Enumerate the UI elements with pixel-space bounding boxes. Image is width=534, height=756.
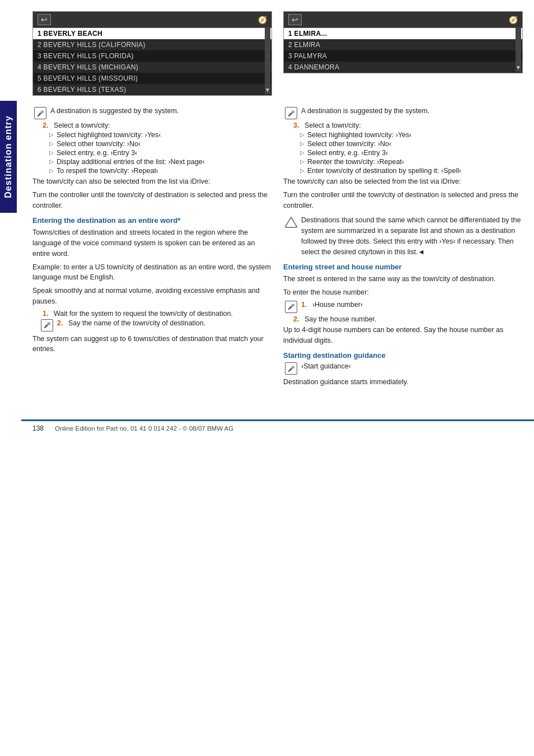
left-bullet-3: Display additional entries of the list: …: [49, 158, 272, 166]
page-number: 138: [32, 424, 44, 432]
right-street-para2: To enter the house number:: [283, 287, 523, 298]
footer-copyright: Online Edition for Part no. 01 41 0 014 …: [55, 425, 233, 432]
mic-symbol-right: [285, 107, 297, 119]
left-enter-para3: Speak smoothly and at normal volume, avo…: [32, 286, 272, 307]
right-para2: Turn the controller until the town/city …: [283, 190, 523, 211]
right-col-content: A destination is suggested by the system…: [283, 107, 523, 390]
right-panel-header: ↩ 🧭: [284, 12, 522, 28]
right-ui-panel: ↩ 🧭 1 ELMIRA... 2 ELMIRA 3 PALMYRA 4 DAN…: [283, 11, 523, 73]
scroll-down-arrow: ▼: [265, 87, 270, 93]
left-step1-wait: 1. Wait for the system to request the to…: [43, 310, 272, 318]
heading-start-guidance: Starting destination guidance: [283, 351, 523, 360]
mic-symbol-house: [285, 301, 297, 313]
right-bullet-list: Select highlighted town/city: ›Yes‹ Sele…: [300, 131, 523, 175]
left-bullet-0: Select highlighted town/city: ›Yes‹: [49, 131, 272, 139]
right-street-para1: The street is entered in the same way as…: [283, 274, 523, 284]
left-enter-para1: Towns/cities of destination and streets …: [32, 227, 272, 259]
left-bullet-list: Select highlighted town/city: ›Yes‹ Sele…: [49, 131, 272, 175]
left-step2b-block: 2. Say the name of the town/city of dest…: [39, 319, 272, 332]
start-guidance-mic-icon: [283, 362, 299, 375]
mic-symbol-start: [285, 362, 297, 375]
left-enter-para2: Example: to enter a US town/city of dest…: [32, 262, 272, 283]
left-panel-header: ↩ 🧭: [33, 12, 271, 28]
right-bullet-2: Select entry, e.g. ›Entry 3‹: [300, 149, 523, 157]
right-house-step1-block: 1. ›House number‹: [283, 301, 523, 313]
back-icon-left: ↩: [38, 14, 51, 25]
list-item-1: 2 BEVERLY HILLS (CALIFORNIA): [33, 39, 271, 50]
left-intro-block: A destination is suggested by the system…: [32, 107, 272, 119]
right-bullet-4: Enter town/city of destination by spelli…: [300, 167, 523, 175]
left-panel-scroll[interactable]: ▼: [265, 27, 270, 94]
right-list-item-0: 1 ELMIRA...: [284, 28, 522, 39]
right-mic-icon-house: [283, 301, 299, 313]
left-mic-icon-2: [39, 319, 55, 332]
nav-icon-right: 🧭: [509, 16, 518, 24]
left-bullet-4: To respell the town/city: ›Repeat‹: [49, 167, 272, 175]
note-triangle-icon: [283, 216, 299, 232]
list-item-5: 6 BEVERLY HILLS (TEXAS): [33, 84, 271, 95]
left-para2: Turn the controller until the town/city …: [32, 190, 272, 211]
start-guidance-block: ›Start guidance‹: [283, 362, 523, 375]
right-bullet-3: Reenter the town/city: ›Repeat‹: [300, 158, 523, 166]
left-ui-panel: ↩ 🧭 1 BEVERLY BEACH 2 BEVERLY HILLS (CAL…: [32, 11, 272, 96]
right-list-item-2: 3 PALMYRA: [284, 50, 522, 62]
left-suggest: The system can suggest up to 6 towns/cit…: [32, 334, 272, 355]
right-house-step2: 2. Say the house number.: [293, 315, 523, 323]
start-guidance-para: Destination guidance starts immediately.: [283, 377, 523, 388]
heading-street: Entering street and house number: [283, 263, 523, 271]
right-intro-block: A destination is suggested by the system…: [283, 107, 523, 119]
mic-symbol-left-2: [41, 319, 53, 332]
list-item-4: 5 BEVERLY HILLS (MISSOURI): [33, 73, 271, 84]
right-panel-scroll[interactable]: ▼: [516, 27, 521, 72]
note-block: Destinations that sound the same which c…: [283, 215, 523, 257]
right-scroll-down-arrow: ▼: [516, 64, 521, 71]
left-mic-icon: [32, 107, 48, 119]
page-footer: 138 Online Edition for Part no. 01 41 0 …: [21, 419, 534, 436]
left-para1: The town/city can also be selected from …: [32, 176, 272, 187]
right-bullet-0: Select highlighted town/city: ›Yes‹: [300, 131, 523, 139]
right-house-para3: Up to 4-digit house numbers can be enter…: [283, 325, 523, 346]
right-list-item-1: 2 ELMIRA: [284, 39, 522, 50]
left-bullet-1: Select other town/city: ›No‹: [49, 140, 272, 148]
right-list-item-3: 4 DANNEMORA: [284, 62, 522, 73]
back-icon-right: ↩: [288, 14, 302, 25]
left-bullet-2: Select entry, e.g. ›Entry 3‹: [49, 149, 272, 157]
list-item-2: 3 BEVERLY HILLS (FLORIDA): [33, 50, 271, 62]
right-bullet-1: Select other town/city: ›No‹: [300, 140, 523, 148]
mic-symbol-left: [34, 107, 46, 119]
svg-marker-0: [285, 217, 297, 227]
sidebar-label: Destination entry: [0, 101, 17, 213]
left-col-content: A destination is suggested by the system…: [32, 107, 272, 390]
nav-icon-left: 🧭: [258, 16, 267, 24]
list-item-0: 1 BEVERLY BEACH: [33, 28, 271, 39]
left-step2: 2. Select a town/city:: [43, 122, 272, 129]
right-step3: 3. Select a town/city:: [293, 122, 523, 129]
list-item-3: 4 BEVERLY HILLS (MICHIGAN): [33, 62, 271, 73]
right-para1: The town/city can also be selected from …: [283, 176, 523, 187]
heading-enter-word: Entering the destination as an entire wo…: [32, 216, 272, 225]
right-mic-icon: [283, 107, 299, 119]
